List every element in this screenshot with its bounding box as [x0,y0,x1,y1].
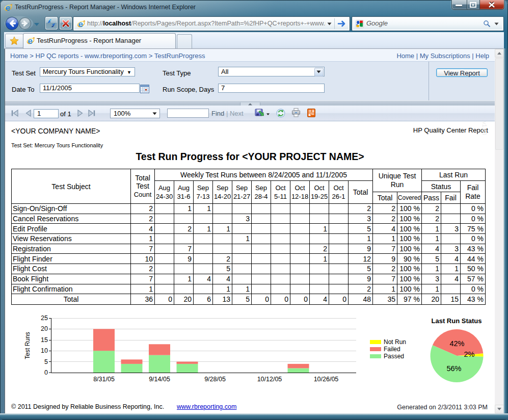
svg-text:Failed: Failed [384,346,400,353]
svg-text:Not Run: Not Run [384,338,406,346]
svg-text:5: 5 [44,358,48,365]
svg-text:10: 10 [41,347,48,354]
svg-text:Test Runs: Test Runs [24,332,31,359]
svg-text:10/12/05: 10/12/05 [257,376,282,383]
svg-text:42%: 42% [449,339,464,348]
svg-text:25: 25 [41,314,48,322]
svg-text:20: 20 [41,325,48,332]
svg-text:2%: 2% [464,350,475,358]
svg-text:15: 15 [41,336,48,344]
svg-text:9/14/05: 9/14/05 [149,376,170,383]
svg-text:Last Run Status: Last Run Status [432,317,482,325]
svg-text:Passed: Passed [384,353,404,360]
svg-text:9/28/05: 9/28/05 [204,376,226,383]
svg-text:10/26/05: 10/26/05 [314,376,339,383]
svg-text:56%: 56% [446,364,461,373]
svg-text:8/31/05: 8/31/05 [93,376,115,383]
svg-text:0: 0 [44,369,48,376]
